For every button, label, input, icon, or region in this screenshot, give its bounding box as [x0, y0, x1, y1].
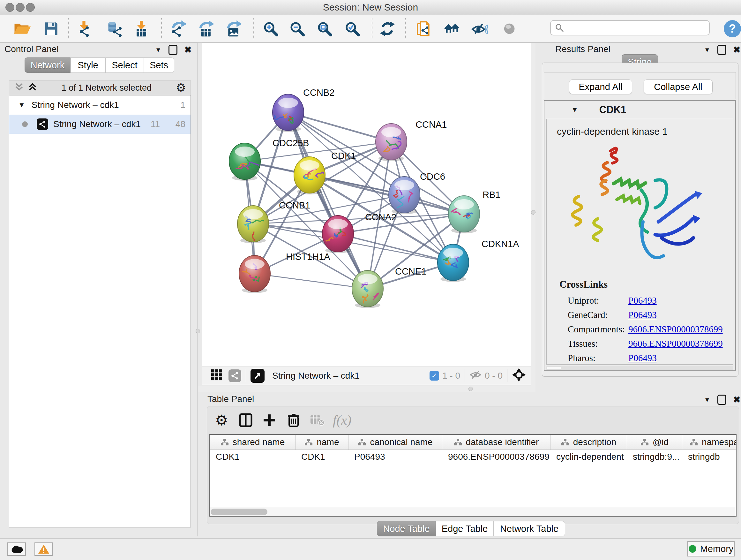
memory-button[interactable]: Memory	[687, 541, 735, 557]
node-CDKN1A[interactable]	[437, 244, 469, 282]
tree-expander-icon[interactable]: ▼	[18, 101, 25, 109]
crosslink-value-link[interactable]: P06493	[628, 295, 657, 306]
tab-network[interactable]: Network	[24, 57, 71, 73]
crosslink-value-link[interactable]: 9606.ENSP00000378699	[628, 338, 723, 349]
node-CCNA1[interactable]	[376, 124, 407, 161]
network-icon	[37, 118, 48, 130]
column-header-databaseidentifier[interactable]: database identifier	[442, 435, 550, 449]
save-session-icon[interactable]	[42, 19, 61, 39]
refresh-view-icon[interactable]	[378, 19, 397, 39]
table-hscrollbar-track[interactable]	[210, 507, 735, 516]
tab-edge-table[interactable]: Edge Table	[436, 521, 494, 537]
zoom-out-icon[interactable]	[287, 19, 307, 39]
vertical-splitter-grip[interactable]	[531, 210, 536, 214]
table-gear-icon[interactable]: ⚙	[211, 412, 232, 428]
table-delete-table-icon[interactable]	[307, 412, 327, 428]
zoom-selected-icon[interactable]	[343, 19, 362, 39]
panel-close-icon[interactable]: ✖	[733, 45, 741, 55]
tab-style[interactable]: Style	[71, 57, 106, 73]
table-hscrollbar-thumb[interactable]	[211, 509, 267, 515]
export-image-icon[interactable]	[224, 19, 243, 39]
warnings-button[interactable]	[35, 543, 53, 556]
panel-close-icon[interactable]: ✖	[733, 395, 741, 405]
show-all-icon[interactable]	[500, 19, 519, 39]
results-scrollbar-thumb[interactable]	[547, 366, 561, 369]
tab-sets[interactable]: Sets	[144, 57, 174, 73]
import-network-from-database-icon[interactable]	[105, 19, 125, 39]
network-view-canvas[interactable]: CCNB2CCNA1CDC25BCDK1CDC6RB1CCNB1CCNA2CDK…	[202, 43, 531, 367]
node-HIST1H1A[interactable]	[239, 255, 270, 293]
search-input[interactable]	[564, 23, 699, 33]
tab-network-table[interactable]: Network Table	[494, 521, 565, 537]
table-row[interactable]: CDK1CDK1P064939606.ENSP00000378699cyclin…	[210, 450, 736, 464]
import-network-from-file-icon[interactable]	[74, 19, 93, 39]
panel-collapse-icon[interactable]: ▼	[155, 46, 161, 54]
node-CDK1[interactable]	[294, 157, 325, 194]
column-header-sharedname[interactable]: shared name	[210, 435, 295, 449]
column-header-id[interactable]: @id	[627, 435, 682, 449]
panel-float-icon[interactable]	[718, 395, 726, 405]
expand-collapse-box: Expand All Collapse All	[544, 72, 736, 99]
node-RB1[interactable]	[448, 196, 480, 233]
export-table-icon[interactable]	[196, 19, 215, 39]
expand-all-button[interactable]: Expand All	[569, 79, 632, 94]
cloud-status-button[interactable]	[7, 543, 26, 556]
network-view-icon[interactable]	[228, 369, 241, 382]
section-expander-icon[interactable]: ▼	[571, 106, 578, 114]
results-scrollbar-track[interactable]	[546, 366, 733, 370]
node-table[interactable]: shared namenamecanonical namedatabase id…	[209, 434, 737, 516]
collapse-all-button[interactable]: Collapse All	[644, 79, 713, 94]
vertical-splitter[interactable]	[531, 43, 536, 386]
network-view-statusbar: String Network – cdk1 ✓ 1 - 0 0 - 0	[202, 367, 531, 385]
hidden-eye-icon	[469, 370, 482, 382]
table-add-icon[interactable]	[259, 412, 280, 428]
zoom-in-icon[interactable]	[261, 19, 280, 39]
first-neighbors-icon[interactable]	[442, 19, 461, 39]
selected-checkbox-icon[interactable]: ✓	[429, 371, 439, 381]
gene-section-header[interactable]: ▼ CDK1	[544, 101, 735, 119]
grid-view-icon[interactable]	[211, 369, 223, 383]
node-CCNB2[interactable]	[272, 94, 304, 132]
minimize-window-button[interactable]	[16, 3, 24, 12]
export-network-icon[interactable]	[169, 19, 188, 39]
tab-select[interactable]: Select	[106, 57, 144, 73]
horizontal-splitter-grip[interactable]	[468, 387, 473, 391]
node-CCNB1[interactable]	[238, 206, 269, 243]
table-function-icon[interactable]: f(x)	[332, 412, 352, 428]
detach-view-icon[interactable]	[251, 369, 265, 383]
crosslink-value-link[interactable]: 9606.ENSP00000378699	[628, 324, 723, 334]
panel-collapse-icon[interactable]: ▼	[704, 46, 711, 54]
panel-collapse-icon[interactable]: ▼	[704, 396, 711, 403]
zoom-fit-icon[interactable]	[315, 19, 334, 39]
export-web-page-icon[interactable]	[414, 19, 433, 39]
network-options-gear-icon[interactable]: ⚙	[176, 81, 186, 95]
column-header-description[interactable]: description	[550, 435, 627, 449]
left-splitter-grip[interactable]	[196, 329, 200, 333]
column-header-namespace[interactable]: namespace	[682, 435, 737, 449]
fit-content-crosshair-icon[interactable]	[512, 368, 526, 384]
edge-CCNE1-HIST1H1A[interactable]	[255, 273, 367, 289]
open-session-icon[interactable]	[13, 19, 32, 39]
hide-selected-icon[interactable]	[470, 19, 489, 39]
panel-float-icon[interactable]	[169, 45, 178, 55]
zoom-window-button[interactable]	[26, 3, 35, 12]
collapse-all-networks-icon[interactable]	[14, 82, 24, 94]
close-window-button[interactable]	[5, 3, 14, 12]
node-CDC25B[interactable]	[229, 143, 260, 181]
network-row[interactable]: String Network – cdk1 11 48	[9, 115, 191, 134]
crosslink-value-link[interactable]: P06493	[628, 353, 657, 363]
panel-close-icon[interactable]: ✖	[185, 45, 192, 55]
network-collection-row[interactable]: ▼ String Network – cdk1 1	[9, 96, 191, 115]
column-header-canonicalname[interactable]: canonical name	[348, 435, 442, 449]
expand-all-networks-icon[interactable]	[28, 82, 37, 94]
node-CCNE1[interactable]	[352, 270, 383, 308]
help-button[interactable]: ?	[724, 20, 741, 37]
crosslink-value-link[interactable]: P06493	[628, 310, 657, 320]
column-header-name[interactable]: name	[295, 435, 348, 449]
panel-float-icon[interactable]	[718, 45, 726, 55]
tab-node-table[interactable]: Node Table	[377, 521, 436, 537]
table-trash-icon[interactable]	[283, 412, 304, 428]
search-field[interactable]	[550, 20, 710, 36]
import-table-from-file-icon[interactable]	[132, 19, 151, 39]
table-columns-icon[interactable]	[235, 412, 256, 428]
